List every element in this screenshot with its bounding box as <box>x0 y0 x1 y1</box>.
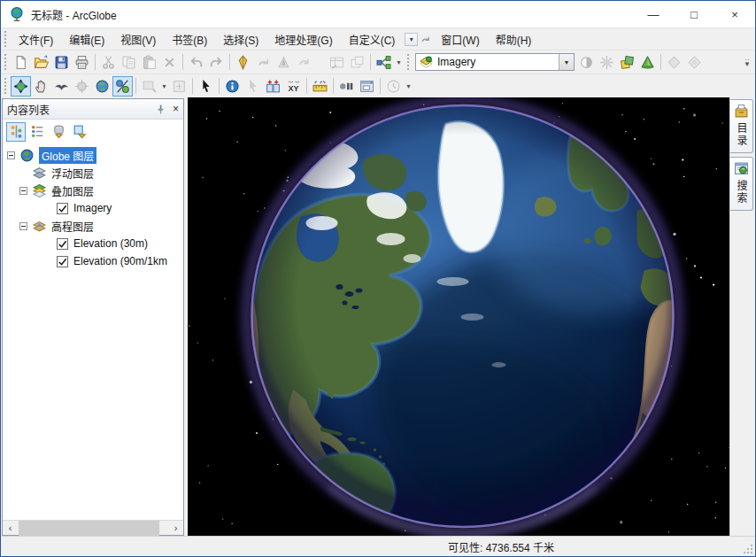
add-data-pen-button[interactable] <box>233 52 253 73</box>
contrast-icon <box>579 55 594 70</box>
undo-button[interactable] <box>186 52 206 73</box>
save-button[interactable] <box>51 52 72 73</box>
resize-grip[interactable] <box>743 544 753 554</box>
scroll-thumb[interactable] <box>19 521 159 536</box>
menu-file[interactable]: 文件(F) <box>11 28 61 50</box>
center-target-button[interactable] <box>72 76 92 97</box>
menubar-grip[interactable] <box>4 31 7 47</box>
menu-window[interactable]: 窗口(W) <box>433 28 487 50</box>
collapse-box[interactable] <box>19 222 27 230</box>
modelbuilder-icon <box>376 55 391 70</box>
open-folder-button[interactable] <box>31 52 51 73</box>
visibility-checkbox[interactable] <box>57 238 68 250</box>
scroll-left-arrow[interactable]: ‹ <box>3 521 18 536</box>
tab-search[interactable]: 搜索 <box>730 157 753 211</box>
menu-selection[interactable]: 选择(S) <box>215 28 266 50</box>
layer-of-interest-combo[interactable]: Imagery▼ <box>415 53 575 71</box>
table-window-button[interactable] <box>327 52 347 73</box>
surface-mode-button[interactable] <box>112 76 133 97</box>
menu-view[interactable]: 视图(V) <box>112 28 164 50</box>
collapse-box[interactable] <box>19 187 27 195</box>
toc-horizontal-scrollbar[interactable]: ‹ › <box>3 520 183 535</box>
toolbar-separator <box>306 78 307 94</box>
brightness-star-button[interactable] <box>597 52 617 73</box>
select-features-arrow-button[interactable] <box>196 76 216 97</box>
toolbar-overflow-button[interactable]: ··▼ <box>741 58 753 66</box>
dropdown-mini-button[interactable]: ▼ <box>405 33 418 46</box>
swap-layers-button[interactable] <box>617 52 637 73</box>
tree-item[interactable]: Elevation (90m/1km <box>3 252 183 270</box>
menu-edit[interactable]: 编辑(E) <box>61 28 112 50</box>
go-to-xy-button[interactable]: XY <box>283 76 304 97</box>
list-by-selection-button[interactable] <box>70 122 89 142</box>
collapse-box[interactable] <box>7 151 15 159</box>
redo-button[interactable] <box>206 52 227 73</box>
measure-ruler-button[interactable] <box>310 76 330 97</box>
tree-item[interactable]: 叠加图层 <box>3 182 183 199</box>
diamond-a-button[interactable] <box>664 52 684 73</box>
tree-item[interactable]: 高程图层 <box>3 217 183 235</box>
tree-item[interactable]: 浮动图层 <box>3 164 183 182</box>
toolbar-grip[interactable] <box>406 54 410 70</box>
menu-geoprocessing[interactable]: 地理处理(G) <box>266 28 340 50</box>
list-by-drawing-order-button[interactable] <box>6 122 26 142</box>
new-document-button[interactable] <box>11 52 31 73</box>
toolbar-separator <box>380 78 381 94</box>
globe-viewport[interactable] <box>188 97 729 536</box>
pan-hand-button[interactable] <box>31 76 51 97</box>
visibility-checkbox[interactable] <box>57 203 68 214</box>
cut-button[interactable] <box>98 52 119 73</box>
pin-icon[interactable] <box>155 104 166 115</box>
close-panel-icon[interactable]: × <box>173 103 179 115</box>
identify-info-button[interactable] <box>222 76 243 97</box>
add-bookmark-button[interactable] <box>263 76 283 97</box>
adjust-a-button[interactable] <box>274 52 294 73</box>
overlay-window-button[interactable] <box>347 52 367 73</box>
dropdown-arrow[interactable]: ▼ <box>404 76 413 96</box>
full-extent-globe-button[interactable] <box>92 76 112 97</box>
list-by-visibility-button[interactable] <box>49 122 68 142</box>
toolbar-grip[interactable] <box>4 78 7 94</box>
zoom-target-button[interactable] <box>139 76 159 97</box>
minimize-button[interactable]: — <box>633 1 674 27</box>
diamond-b-button[interactable] <box>684 52 705 73</box>
tree-item[interactable]: Imagery <box>3 199 183 217</box>
close-button[interactable]: × <box>714 1 755 27</box>
fly-bird-button[interactable] <box>51 76 72 97</box>
maximize-button[interactable]: □ <box>674 1 714 27</box>
add-bookmark-icon <box>266 79 281 94</box>
navigate-globe-button[interactable] <box>11 76 31 97</box>
contrast-button[interactable] <box>576 52 597 73</box>
time-slider-button[interactable] <box>383 76 404 97</box>
viewer-window-button[interactable] <box>357 76 377 97</box>
animation-controls-button[interactable] <box>336 76 357 97</box>
delete-x-button[interactable] <box>159 52 180 73</box>
combo-dropdown-arrow[interactable]: ▼ <box>559 54 574 70</box>
print-button[interactable] <box>72 52 92 73</box>
paste-button[interactable] <box>139 52 159 73</box>
modelbuilder-button[interactable] <box>374 52 394 73</box>
visibility-readout: 可见性: 4736.554 千米 <box>448 539 554 554</box>
redo-small-button[interactable] <box>253 52 274 73</box>
list-by-source-button[interactable] <box>27 122 47 142</box>
scroll-right-arrow[interactable]: › <box>168 521 183 536</box>
navigate-globe-icon <box>13 79 28 94</box>
arrow-curl-small-button[interactable] <box>294 52 314 73</box>
copy-button[interactable] <box>119 52 139 73</box>
tree-item[interactable]: Elevation (30m) <box>3 235 183 252</box>
fixed-zoom-button[interactable] <box>169 76 189 97</box>
cone-3d-button[interactable] <box>637 52 658 73</box>
globe-layer-icon <box>19 148 35 163</box>
visibility-checkbox[interactable] <box>57 256 68 267</box>
menu-bookmarks[interactable]: 书签(B) <box>164 28 215 50</box>
dropdown-arrow[interactable]: ▼ <box>159 76 169 96</box>
tree-item[interactable]: Globe 图层 <box>3 146 183 164</box>
menu-customize[interactable]: 自定义(C) <box>341 28 404 50</box>
tab-catalog[interactable]: 目录 <box>730 99 753 153</box>
select-elements-arrow-button[interactable] <box>243 76 263 97</box>
toolbar-grip[interactable] <box>4 54 7 70</box>
menu-help[interactable]: 帮助(H) <box>488 28 540 50</box>
dropdown-arrow[interactable]: ▼ <box>394 52 404 72</box>
swap-layers-icon <box>620 55 635 70</box>
layer-label: 叠加图层 <box>51 183 94 198</box>
